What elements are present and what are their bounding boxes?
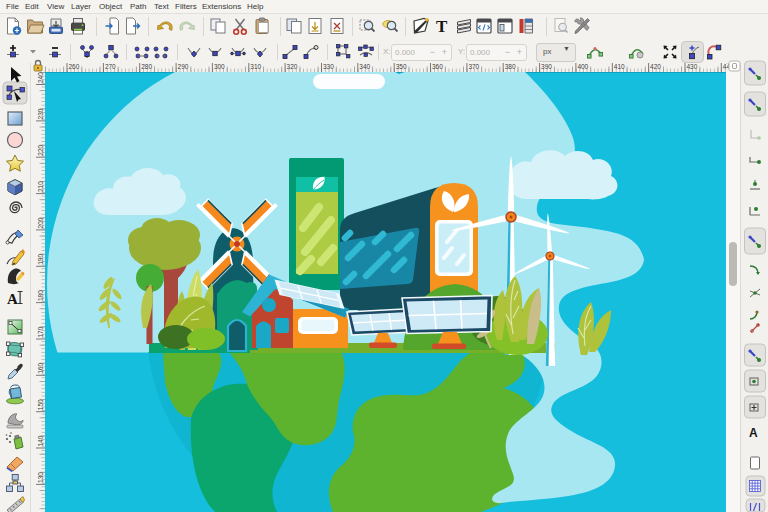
svg-text:A: A xyxy=(7,291,18,307)
svg-text:A: A xyxy=(749,426,758,440)
svg-text:350: 350 xyxy=(396,63,407,70)
svg-text:210: 210 xyxy=(37,181,44,192)
svg-text:330: 330 xyxy=(323,63,334,70)
svg-text:200: 200 xyxy=(37,217,44,228)
svg-text:140: 140 xyxy=(37,435,44,446)
svg-text:420: 420 xyxy=(650,63,661,70)
svg-text:240: 240 xyxy=(37,72,44,83)
svg-text:370: 370 xyxy=(468,63,479,70)
svg-text:190: 190 xyxy=(37,254,44,265)
svg-text:230: 230 xyxy=(37,108,44,119)
svg-text:360: 360 xyxy=(432,63,443,70)
svg-text:160: 160 xyxy=(37,363,44,374)
svg-text:340: 340 xyxy=(359,63,370,70)
svg-text:220: 220 xyxy=(37,144,44,155)
svg-text:180: 180 xyxy=(37,290,44,301)
svg-text:130: 130 xyxy=(37,472,44,483)
svg-text:290: 290 xyxy=(178,63,189,70)
svg-text:260: 260 xyxy=(69,63,80,70)
svg-text:430: 430 xyxy=(687,63,698,70)
svg-text:320: 320 xyxy=(287,63,298,70)
svg-text:170: 170 xyxy=(37,326,44,337)
svg-text:390: 390 xyxy=(541,63,552,70)
svg-text:300: 300 xyxy=(214,63,225,70)
svg-text:410: 410 xyxy=(614,63,625,70)
svg-text:270: 270 xyxy=(105,63,116,70)
svg-text:380: 380 xyxy=(505,63,516,70)
svg-text:400: 400 xyxy=(577,63,588,70)
svg-text:150: 150 xyxy=(37,399,44,410)
svg-text:310: 310 xyxy=(250,63,261,70)
svg-text:280: 280 xyxy=(141,63,152,70)
svg-text:T: T xyxy=(436,17,448,36)
